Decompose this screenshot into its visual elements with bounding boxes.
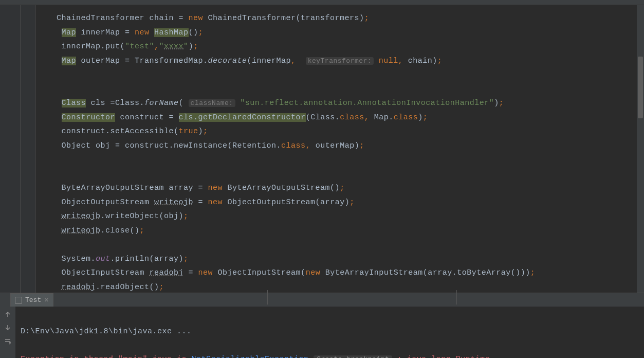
parameter-hint: className: — [189, 99, 235, 107]
code-line[interactable]: innerMap.put("test","xxxx"); — [57, 40, 637, 54]
run-tab-test[interactable]: Test × — [10, 293, 53, 307]
tab-label: Test — [25, 296, 41, 304]
editor-area: ChainedTransformer chain = new ChainedTr… — [0, 5, 644, 293]
code-line[interactable]: ObjectInputStream readobj = new ObjectIn… — [57, 266, 637, 280]
exception-link[interactable]: NotSerializableException — [192, 355, 309, 358]
code-line[interactable]: writeojb.close(); — [57, 224, 637, 238]
code-editor[interactable]: ChainedTransformer chain = new ChainedTr… — [36, 5, 637, 293]
code-line-blank[interactable] — [57, 238, 637, 252]
top-bar — [0, 0, 644, 5]
create-breakpoint-hint[interactable]: Create breakpoint — [314, 355, 392, 358]
run-panel-tabs: Test × — [0, 293, 644, 307]
code-line[interactable]: ByteArrayOutputStream array = new ByteAr… — [57, 181, 637, 195]
ide-window: ChainedTransformer chain = new ChainedTr… — [0, 0, 644, 358]
console-line-error: Exception in thread "main" java.io.NotSe… — [21, 352, 639, 358]
code-line-blank[interactable] — [57, 153, 637, 167]
code-line-blank[interactable] — [57, 82, 637, 97]
code-line-blank[interactable] — [57, 68, 637, 82]
editor-gutter[interactable] — [0, 5, 36, 293]
parameter-hint: keyTransformer: — [306, 57, 374, 65]
console-output[interactable]: D:\Env\Java\jdk1.8\bin\java.exe ... Exce… — [15, 307, 644, 358]
code-line[interactable]: Class cls =Class.forName( className: "su… — [57, 96, 637, 111]
code-line[interactable]: ObjectOutputStream writeojb = new Object… — [57, 195, 637, 210]
arrow-down-icon[interactable] — [4, 324, 11, 331]
code-line[interactable]: Map innerMap = new HashMap(); — [57, 26, 637, 40]
code-line[interactable]: System.out.println(array); — [57, 252, 637, 266]
code-line[interactable]: ChainedTransformer chain = new ChainedTr… — [57, 11, 637, 26]
scroll-thumb[interactable] — [638, 57, 643, 118]
code-line[interactable]: writeojb.writeObject(obj); — [57, 209, 637, 224]
arrow-up-icon[interactable] — [4, 311, 11, 318]
code-line[interactable]: construct.setAccessible(true); — [57, 124, 637, 139]
soft-wrap-icon[interactable] — [4, 337, 11, 345]
code-line[interactable]: Map outerMap = TransformedMap.decorate(i… — [57, 54, 637, 68]
console-panel: D:\Env\Java\jdk1.8\bin\java.exe ... Exce… — [0, 307, 644, 358]
console-line: D:\Env\Java\jdk1.8\bin\java.exe ... — [21, 325, 639, 338]
application-icon — [15, 297, 22, 304]
code-line[interactable]: readobj.readObject(); — [57, 280, 637, 293]
code-line-blank[interactable] — [57, 167, 637, 182]
code-line[interactable]: Object obj = construct.newInstance(Reten… — [57, 139, 637, 153]
console-toolbar — [0, 307, 15, 358]
panel-splitter[interactable] — [456, 290, 457, 305]
code-line[interactable]: Constructor construct = cls.getDeclaredC… — [57, 111, 637, 125]
vertical-scrollbar[interactable] — [637, 5, 644, 293]
panel-splitter[interactable] — [267, 290, 268, 305]
close-icon[interactable]: × — [44, 296, 48, 305]
